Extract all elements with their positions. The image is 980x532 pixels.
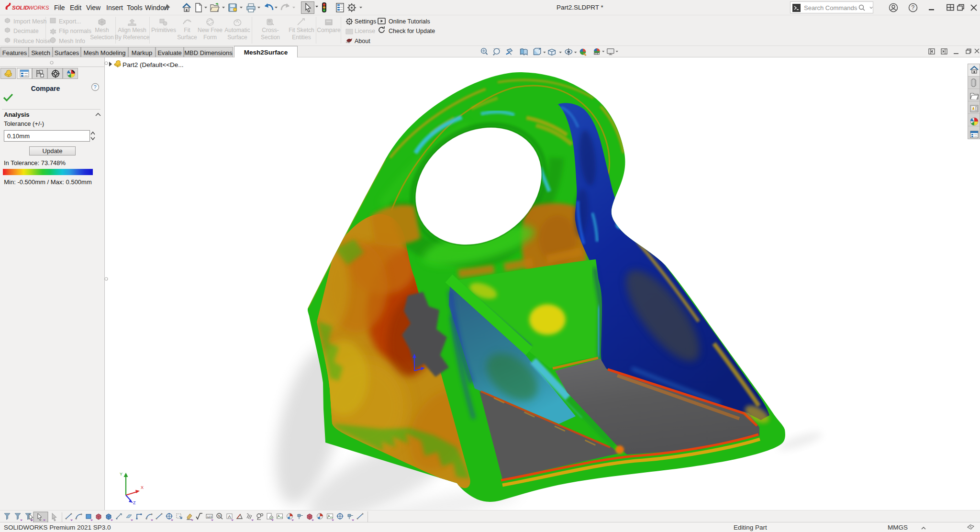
svg-text:SOLID: SOLID bbox=[12, 5, 29, 11]
svg-text:123: 123 bbox=[207, 515, 212, 518]
svg-text:?: ? bbox=[94, 84, 97, 90]
svg-text:A: A bbox=[278, 514, 279, 517]
svg-text:Y: Y bbox=[120, 472, 122, 477]
svg-text:A: A bbox=[328, 514, 330, 517]
svg-text:?: ? bbox=[912, 4, 915, 11]
svg-text:WORKS: WORKS bbox=[28, 5, 49, 11]
svg-text:m2: m2 bbox=[346, 41, 350, 44]
svg-text:Z: Z bbox=[133, 500, 136, 505]
svg-text:X: X bbox=[141, 485, 144, 490]
svg-text:N: N bbox=[218, 514, 221, 518]
svg-text:A: A bbox=[228, 514, 231, 519]
